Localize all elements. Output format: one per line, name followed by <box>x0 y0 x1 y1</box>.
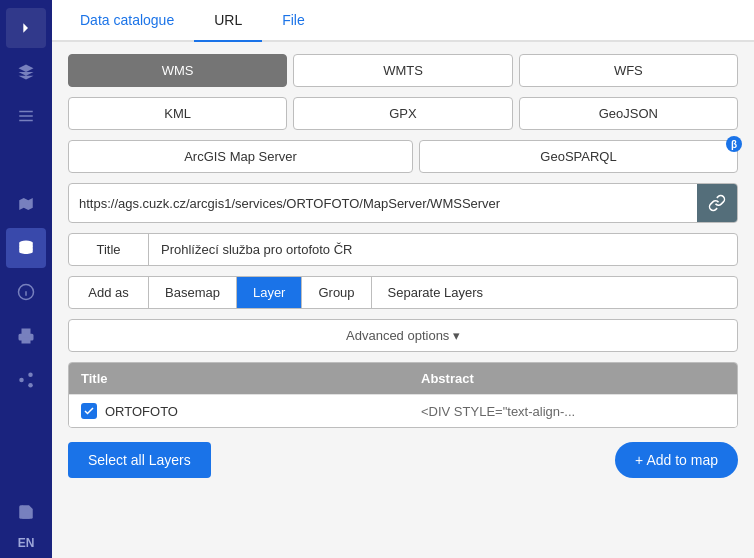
svg-line-12 <box>23 376 28 379</box>
svg-rect-1 <box>19 115 33 117</box>
format-arcgis[interactable]: ArcGIS Map Server <box>68 140 413 173</box>
sidebar-language[interactable]: EN <box>18 536 35 550</box>
main-panel: Data catalogue URL File WMS WMTS WFS KML… <box>52 0 754 558</box>
sidebar-item-info[interactable] <box>6 272 46 312</box>
content-area: WMS WMTS WFS KML GPX GeoJSON ArcGIS Map … <box>52 42 754 558</box>
sidebar: EN <box>0 0 52 558</box>
advanced-options[interactable]: Advanced options ▾ <box>68 319 738 352</box>
tab-file[interactable]: File <box>262 0 325 42</box>
title-label: Title <box>69 234 149 265</box>
sidebar-item-list[interactable] <box>6 96 46 136</box>
sidebar-toggle[interactable] <box>6 8 46 48</box>
add-to-map-button[interactable]: + Add to map <box>615 442 738 478</box>
sidebar-item-save[interactable] <box>6 492 46 532</box>
format-geosparql[interactable]: GeoSPARQL <box>419 140 738 173</box>
table-cell-title: ORTOFOTO <box>69 395 409 427</box>
title-value: Prohlížecí služba pro ortofoto ČR <box>149 234 364 265</box>
add-as-options: Basemap Layer Group Separate Layers <box>149 277 737 308</box>
url-link-button[interactable] <box>697 184 737 222</box>
format-row-2: KML GPX GeoJSON <box>68 97 738 130</box>
add-as-group[interactable]: Group <box>302 277 371 308</box>
add-as-layer[interactable]: Layer <box>237 277 303 308</box>
format-wmts[interactable]: WMTS <box>293 54 512 87</box>
format-gpx[interactable]: GPX <box>293 97 512 130</box>
sidebar-item-share[interactable] <box>6 360 46 400</box>
beta-badge: β <box>726 136 742 152</box>
sidebar-item-database[interactable] <box>6 228 46 268</box>
svg-point-10 <box>28 383 33 388</box>
format-geojson[interactable]: GeoJSON <box>519 97 738 130</box>
url-input[interactable] <box>69 188 697 219</box>
table-row: ORTOFOTO <DIV STYLE="text-align-... <box>69 394 737 427</box>
tab-bar: Data catalogue URL File <box>52 0 754 42</box>
format-row-1: WMS WMTS WFS <box>68 54 738 87</box>
format-wms[interactable]: WMS <box>68 54 287 87</box>
format-kml[interactable]: KML <box>68 97 287 130</box>
svg-rect-0 <box>19 111 33 113</box>
table-header-abstract: Abstract <box>409 363 737 394</box>
add-as-label: Add as <box>69 277 149 308</box>
select-all-button[interactable]: Select all Layers <box>68 442 211 478</box>
sidebar-item-close[interactable] <box>6 140 46 180</box>
layer-checkbox[interactable] <box>81 403 97 419</box>
add-as-row: Add as Basemap Layer Group Separate Laye… <box>68 276 738 309</box>
add-as-separate-layers[interactable]: Separate Layers <box>372 277 499 308</box>
table-cell-abstract: <DIV STYLE="text-align-... <box>409 396 737 427</box>
title-row: Title Prohlížecí služba pro ortofoto ČR <box>68 233 738 266</box>
tab-url[interactable]: URL <box>194 0 262 42</box>
layers-table: Title Abstract ORTOFOTO <DIV STYLE="text… <box>68 362 738 428</box>
table-header: Title Abstract <box>69 363 737 394</box>
url-row <box>68 183 738 223</box>
tab-data-catalogue[interactable]: Data catalogue <box>60 0 194 42</box>
sidebar-bottom: EN <box>6 492 46 558</box>
svg-rect-7 <box>22 338 31 344</box>
layer-title: ORTOFOTO <box>105 404 178 419</box>
format-wfs[interactable]: WFS <box>519 54 738 87</box>
sidebar-item-print[interactable] <box>6 316 46 356</box>
sidebar-item-map[interactable] <box>6 184 46 224</box>
svg-rect-2 <box>19 120 33 122</box>
svg-line-11 <box>23 381 28 384</box>
svg-point-8 <box>28 373 33 378</box>
table-header-title: Title <box>69 363 409 394</box>
add-as-basemap[interactable]: Basemap <box>149 277 237 308</box>
svg-point-9 <box>19 378 24 383</box>
action-row: Select all Layers + Add to map <box>68 442 738 478</box>
sidebar-item-layers[interactable] <box>6 52 46 92</box>
format-row-3: ArcGIS Map Server GeoSPARQL β <box>68 140 738 173</box>
